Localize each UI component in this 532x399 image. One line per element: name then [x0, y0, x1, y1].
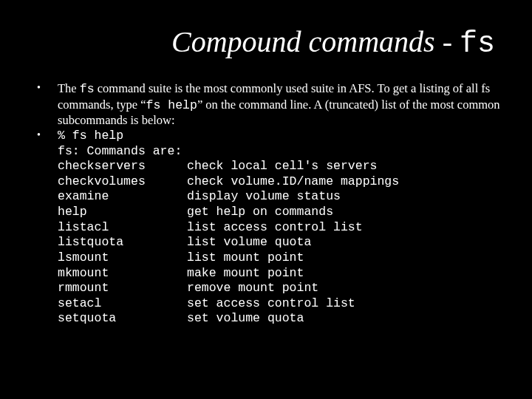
intro-part1: The	[58, 81, 80, 95]
bullet-code: % fs help fs: Commands are: checkservers…	[30, 129, 502, 327]
command-row: listacllist access control list	[58, 220, 399, 236]
command-row: checkvolumescheck volume.ID/name mapping…	[58, 174, 399, 190]
command-row: rmmountremove mount point	[58, 281, 399, 296]
command-name: examine	[58, 189, 187, 205]
command-desc: display volume status	[187, 189, 399, 205]
title-prefix: Compound commands -	[171, 25, 460, 58]
command-name: listacl	[58, 220, 187, 236]
slide: Compound commands - fs The fs command su…	[0, 0, 532, 399]
command-desc: set volume quota	[187, 311, 399, 327]
command-row: mkmountmake mount point	[58, 266, 399, 282]
command-name: checkservers	[58, 159, 187, 174]
command-row: setquotaset volume quota	[58, 311, 399, 327]
intro-mono1: fs	[80, 82, 95, 96]
intro-text: The fs command suite is the most commonl…	[58, 81, 500, 127]
title-mono: fs	[460, 27, 495, 61]
command-name: checkvolumes	[58, 174, 187, 190]
command-desc: list access control list	[187, 220, 399, 236]
command-desc: make mount point	[187, 266, 399, 282]
command-desc: check local cell's servers	[187, 159, 399, 174]
command-name: listquota	[58, 235, 187, 250]
command-desc: remove mount point	[187, 281, 399, 296]
command-desc: set access control list	[187, 296, 399, 312]
command-table: checkserverscheck local cell's serversch…	[58, 159, 399, 327]
code-line-2: fs: Commands are:	[58, 144, 502, 160]
bullet-list: The fs command suite is the most commonl…	[30, 81, 502, 327]
command-row: listquotalist volume quota	[58, 235, 399, 250]
command-desc: list mount point	[187, 250, 399, 266]
slide-body: The fs command suite is the most commonl…	[30, 81, 502, 327]
intro-mono2: fs help	[146, 98, 197, 112]
command-name: rmmount	[58, 281, 187, 296]
command-name: setquota	[58, 311, 187, 327]
command-desc: get help on commands	[187, 205, 399, 220]
code-line-1: % fs help	[58, 129, 502, 144]
command-desc: check volume.ID/name mappings	[187, 174, 399, 190]
command-desc: list volume quota	[187, 235, 399, 250]
command-row: lsmountlist mount point	[58, 250, 399, 266]
bullet-intro: The fs command suite is the most commonl…	[30, 81, 502, 129]
command-row: examinedisplay volume status	[58, 189, 399, 205]
slide-title: Compound commands - fs	[30, 26, 502, 61]
command-name: help	[58, 205, 187, 220]
command-name: mkmount	[58, 266, 187, 282]
command-row: helpget help on commands	[58, 205, 399, 220]
command-row: setaclset access control list	[58, 296, 399, 312]
command-name: setacl	[58, 296, 187, 312]
command-row: checkserverscheck local cell's servers	[58, 159, 399, 174]
command-name: lsmount	[58, 250, 187, 266]
